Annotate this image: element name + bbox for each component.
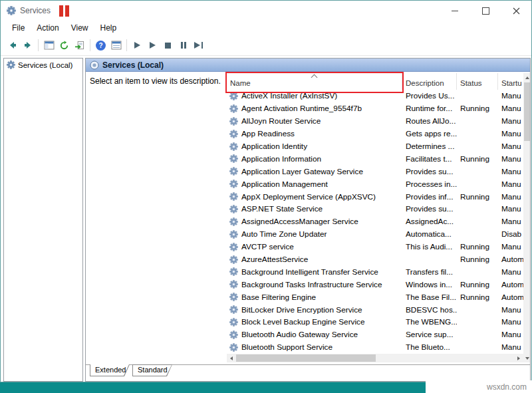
refresh-button[interactable] — [57, 38, 72, 53]
service-row[interactable]: AllJoyn Router Service Routes AllJo... M… — [227, 115, 523, 128]
service-startup-type: Manu — [498, 129, 523, 138]
service-row[interactable]: Background Tasks Infrastructure Service … — [227, 278, 523, 291]
console-window-icon — [44, 41, 55, 50]
play-icon — [150, 42, 156, 49]
service-startup-type: Disab — [498, 229, 523, 239]
export-list-button[interactable] — [72, 38, 87, 53]
tree-item-label: Services (Local) — [18, 61, 72, 69]
service-name-cell: AzureAttestService — [227, 255, 402, 264]
service-row[interactable]: Block Level Backup Engine Service The WB… — [227, 316, 523, 328]
service-startup-type: Manu — [498, 204, 523, 213]
help-button[interactable]: ? — [93, 38, 108, 53]
service-startup-type: Manu — [498, 154, 523, 164]
service-row[interactable]: Auto Time Zone Updater Automatica... Dis… — [227, 228, 523, 241]
service-name: Bluetooth Support Service — [241, 342, 332, 352]
service-startup-type: Manu — [498, 91, 523, 100]
service-row[interactable]: AzureAttestService Running Autom — [227, 253, 523, 266]
column-header-startup-type[interactable]: Startu — [498, 73, 523, 90]
scroll-down-button[interactable] — [523, 354, 531, 362]
service-row[interactable]: BitLocker Drive Encryption Service BDESV… — [227, 303, 523, 316]
service-name-cell: BitLocker Drive Encryption Service — [227, 305, 402, 315]
service-gear-icon — [229, 192, 238, 201]
service-description: The Blueto... — [402, 342, 457, 352]
pause-service-button[interactable] — [176, 38, 191, 53]
service-description: Facilitates t... — [402, 154, 457, 164]
menu-bar: File Action View Help — [1, 21, 531, 35]
service-row[interactable]: Base Filtering Engine The Base Fil... Ru… — [227, 291, 523, 303]
service-gear-icon — [229, 318, 238, 327]
service-row[interactable]: AVCTP service This is Audi... Running Ma… — [227, 241, 523, 253]
service-row[interactable]: App Readiness Gets apps re... Manu — [227, 128, 523, 140]
toolbar-separator — [38, 39, 39, 51]
service-startup-type: Manu — [498, 192, 523, 201]
horizontal-scrollbar[interactable] — [227, 354, 523, 362]
resume-service-button[interactable] — [145, 38, 160, 53]
stop-service-button[interactable] — [160, 38, 176, 53]
service-gear-icon — [229, 130, 238, 138]
console-tree-button[interactable] — [41, 38, 57, 53]
service-startup-type: Manu — [498, 330, 523, 339]
service-startup-type: Manu — [498, 242, 523, 251]
service-row[interactable]: Application Management Processes in... M… — [227, 178, 523, 190]
service-name: App Readiness — [241, 129, 295, 138]
vertical-scrollbar[interactable] — [523, 73, 531, 362]
scroll-right-button[interactable] — [514, 354, 523, 362]
back-button[interactable] — [5, 38, 20, 53]
scroll-up-button[interactable] — [523, 73, 531, 82]
menu-action[interactable]: Action — [31, 21, 65, 35]
service-row[interactable]: AppX Deployment Service (AppXSVC) Provid… — [227, 190, 523, 203]
service-row[interactable]: Application Identity Determines ... Manu — [227, 140, 523, 153]
service-row[interactable]: ActiveX Installer (AxInstSV) Provides Us… — [227, 90, 523, 102]
service-name: Application Layer Gateway Service — [241, 167, 363, 176]
service-name-cell: ActiveX Installer (AxInstSV) — [227, 91, 402, 100]
service-row[interactable]: Application Information Facilitates t...… — [227, 152, 523, 165]
service-name: Auto Time Zone Updater — [241, 229, 327, 239]
title-bar: Services — [1, 1, 531, 21]
service-description: Provides Us... — [402, 91, 457, 100]
service-row[interactable]: Application Layer Gateway Service Provid… — [227, 165, 523, 178]
show-description-button[interactable] — [108, 38, 124, 53]
list-column-headers: Name Description Status Startu — [227, 73, 523, 90]
service-startup-type: Manu — [498, 305, 523, 315]
service-description: Runtime for... — [402, 104, 457, 113]
column-header-name[interactable]: Name — [227, 73, 402, 90]
tab-standard[interactable]: Standard — [132, 364, 172, 376]
menu-view[interactable]: View — [65, 21, 94, 35]
pane-header: Services (Local) — [86, 59, 530, 72]
tree-item-services-local[interactable]: Services (Local) — [4, 59, 82, 70]
service-row[interactable]: Bluetooth Support Service The Blueto... … — [227, 341, 523, 354]
service-row[interactable]: AssignedAccessManager Service AssignedAc… — [227, 215, 523, 228]
refresh-icon — [59, 41, 69, 51]
service-name: AppX Deployment Service (AppXSVC) — [241, 192, 376, 201]
service-row[interactable]: Background Intelligent Transfer Service … — [227, 265, 523, 278]
service-startup-type: Manu — [498, 317, 523, 327]
vertical-scroll-thumb[interactable] — [524, 82, 530, 141]
arrow-left-icon — [230, 356, 233, 360]
service-status: Running — [457, 255, 498, 264]
menu-help[interactable]: Help — [94, 21, 123, 35]
horizontal-scroll-track[interactable] — [236, 354, 514, 362]
service-startup-type: Autom — [498, 280, 523, 289]
maximize-button[interactable] — [470, 1, 501, 21]
arrow-down-icon — [525, 357, 529, 360]
start-service-button[interactable] — [130, 38, 145, 53]
service-row[interactable]: ASP.NET State Service Provides su... Man… — [227, 203, 523, 215]
service-description: AssignedAc... — [402, 217, 457, 226]
service-row[interactable]: Bluetooth Audio Gateway Service Service … — [227, 328, 523, 341]
horizontal-scroll-thumb[interactable] — [236, 354, 376, 362]
restart-service-button[interactable] — [191, 38, 206, 53]
menu-file[interactable]: File — [6, 21, 31, 35]
service-name: Background Intelligent Transfer Service — [241, 267, 378, 277]
column-header-status[interactable]: Status — [457, 73, 498, 90]
service-row[interactable]: Agent Activation Runtime_9554f7b Runtime… — [227, 102, 523, 115]
service-name-cell: Base Filtering Engine — [227, 293, 402, 302]
close-button[interactable] — [501, 1, 531, 21]
column-header-description[interactable]: Description — [402, 73, 457, 90]
tab-extended[interactable]: Extended — [90, 364, 130, 376]
forward-button[interactable] — [20, 38, 35, 53]
minimize-button[interactable] — [440, 1, 470, 21]
toolbar-separator — [126, 39, 127, 51]
service-name: Application Information — [241, 154, 321, 164]
scroll-left-button[interactable] — [227, 354, 236, 362]
help-icon: ? — [96, 41, 106, 51]
